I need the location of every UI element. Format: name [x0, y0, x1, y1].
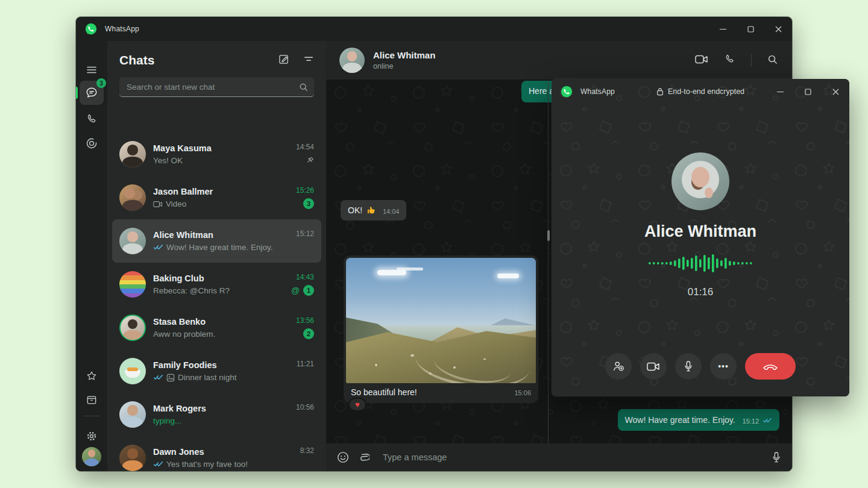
sidebar-item-settings[interactable]	[80, 424, 104, 448]
call-titlebar[interactable]: WhatsApp End-to-end endcrypted	[552, 79, 849, 104]
sidebar-item-archived[interactable]	[80, 388, 104, 412]
read-ticks-icon	[153, 374, 163, 381]
message-composer[interactable]	[326, 443, 792, 471]
sidebar-item-calls[interactable]	[80, 107, 104, 131]
chat-preview: Aww no problem.	[153, 330, 215, 339]
attach-button[interactable]	[359, 451, 370, 463]
chat-item-baking-club[interactable]: Baking Club Rebecca: @Chris R? 14:43 @ 1	[112, 263, 321, 306]
call-window-title: WhatsApp	[580, 87, 615, 96]
peer-name: Alice Whitman	[373, 50, 695, 60]
voice-record-button[interactable]	[772, 451, 781, 463]
profile-avatar[interactable]	[82, 447, 101, 466]
avatar	[119, 401, 146, 428]
chat-item-maya-kasuma[interactable]: Maya Kasuma Yes! OK 14:54	[112, 133, 321, 176]
chat-preview: Dinner last night	[178, 373, 237, 382]
photo-caption: So beautiful here!	[351, 387, 514, 398]
phone-icon	[86, 113, 98, 125]
chat-preview-typing: typing...	[153, 416, 181, 425]
whatsapp-logo-icon	[84, 22, 98, 36]
sidebar-item-starred[interactable]	[80, 364, 104, 388]
add-participant-button[interactable]	[605, 353, 632, 380]
lock-icon	[656, 87, 664, 96]
chat-name: Baking Club	[153, 274, 286, 283]
voice-call-button[interactable]	[724, 54, 735, 67]
end-call-button[interactable]	[745, 353, 796, 380]
scrollbar-track[interactable]	[548, 80, 549, 443]
minimize-button[interactable]	[709, 17, 737, 41]
message-time: 14:04	[383, 208, 400, 215]
microphone-icon	[684, 360, 693, 372]
chat-name: Stasa Benko	[153, 317, 291, 327]
scrollbar-thumb[interactable]	[547, 230, 550, 241]
heart-reaction[interactable]: ♥	[348, 398, 366, 411]
photo-cloud	[497, 274, 519, 278]
filter-chats-button[interactable]	[303, 54, 314, 67]
whatsapp-call-window: WhatsApp End-to-end endcrypted Alice Whi…	[552, 79, 849, 396]
avatar	[119, 184, 146, 211]
chats-panel: Chats Maya Kasuma Yes! OK	[107, 41, 326, 471]
avatar	[119, 314, 146, 341]
call-controls: •••	[605, 353, 796, 380]
toggle-video-button[interactable]	[640, 353, 667, 380]
video-call-icon	[153, 201, 163, 208]
chat-time: 10:56	[296, 403, 314, 411]
unread-badge: 2	[303, 328, 314, 339]
video-camera-icon	[647, 362, 660, 371]
photo-thumbnail[interactable]	[346, 258, 536, 383]
gear-icon	[86, 430, 98, 442]
call-minimize-button[interactable]	[766, 79, 794, 104]
search-in-chat-button[interactable]	[767, 54, 778, 67]
chat-item-stasa-benko[interactable]: Stasa Benko Aww no problem. 13:56 2	[112, 306, 321, 349]
call-close-button[interactable]	[822, 79, 849, 104]
message-time: 15:12	[743, 418, 760, 425]
chat-preview: Wow! Have great time. Enjoy.	[166, 243, 273, 252]
new-chat-button[interactable]	[278, 53, 290, 67]
chat-item-jason-ballmer[interactable]: Jason Ballmer Video 15:26 3	[112, 176, 321, 219]
filter-icon	[303, 54, 314, 64]
chat-name: Maya Kasuma	[153, 143, 291, 153]
avatar	[119, 358, 146, 384]
outgoing-message-wow[interactable]: Wow! Have great time. Enjoy. 15:12	[618, 409, 779, 431]
chat-search-input[interactable]	[127, 83, 299, 92]
chat-name: Jason Ballmer	[153, 187, 291, 196]
callee-name: Alice Whitman	[552, 222, 849, 241]
chat-item-family-foodies[interactable]: Family Foodies Dinner last night 11:21	[112, 349, 321, 393]
new-chat-icon	[278, 53, 290, 65]
read-ticks-icon	[153, 244, 163, 251]
chat-time: 15:12	[296, 230, 314, 238]
more-options-button[interactable]: •••	[710, 353, 737, 380]
video-call-button[interactable]	[695, 55, 708, 66]
message-input[interactable]	[383, 452, 762, 462]
conversation-header[interactable]: Alice Whitman online	[326, 41, 792, 80]
message-time: 15:06	[514, 389, 531, 397]
chat-name: Family Foodies	[153, 360, 292, 370]
thumbs-up-emoji	[366, 205, 376, 214]
sidebar-divider	[83, 416, 100, 416]
chat-item-dawn-jones[interactable]: Dawn Jones Yes that's my fave too! 8:32	[112, 436, 321, 471]
maximize-button[interactable]	[737, 17, 764, 41]
chat-time: 14:43	[296, 273, 314, 281]
avatar	[119, 141, 146, 167]
close-button[interactable]	[764, 17, 792, 41]
toggle-mic-button[interactable]	[675, 353, 702, 380]
chat-search-bar[interactable]	[119, 77, 314, 97]
call-maximize-button[interactable]	[794, 79, 822, 104]
chats-unread-badge: 3	[96, 78, 106, 88]
hamburger-icon	[86, 64, 98, 76]
message-text: Wow! Have great time. Enjoy.	[625, 415, 735, 425]
incoming-message-ok[interactable]: OK! 14:04	[341, 200, 406, 221]
incoming-photo-message[interactable]: So beautiful here! 15:06	[344, 255, 538, 403]
chat-list: Maya Kasuma Yes! OK 14:54 Jason Ballmer	[107, 133, 326, 471]
peer-status: online	[373, 62, 695, 70]
emoji-button[interactable]	[337, 451, 349, 463]
peer-avatar[interactable]	[339, 48, 365, 73]
chat-item-alice-whitman[interactable]: Alice Whitman Wow! Have great time. Enjo…	[112, 219, 321, 263]
sidebar-item-chats[interactable]: 3	[80, 81, 104, 105]
chat-preview: Rebecca: @Chris R?	[153, 286, 230, 295]
voice-waveform	[647, 252, 754, 274]
chat-item-mark-rogers[interactable]: Mark Rogers typing... 10:56	[112, 393, 321, 436]
header-divider	[751, 54, 752, 67]
main-titlebar[interactable]: WhatsApp	[76, 17, 792, 41]
sidebar-item-status[interactable]	[80, 131, 104, 155]
message-text: OK!	[348, 205, 362, 215]
